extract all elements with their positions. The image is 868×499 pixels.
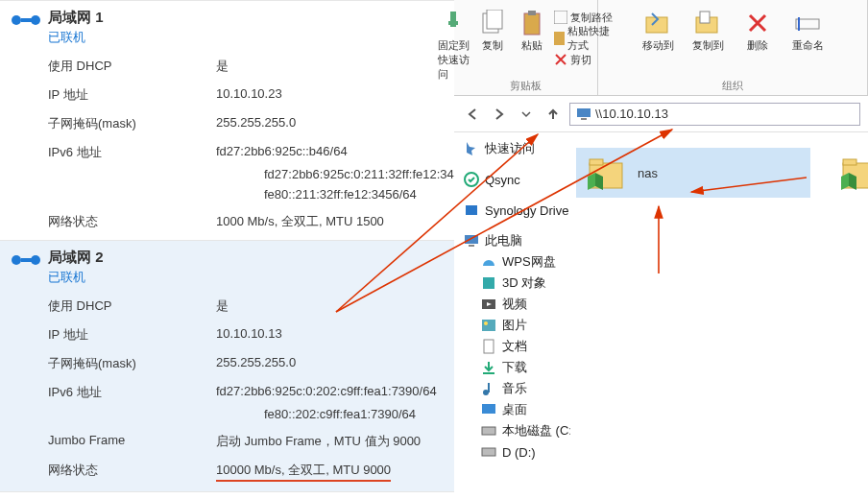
value: 是 xyxy=(216,297,446,315)
label: 子网掩码(mask) xyxy=(48,355,216,372)
svg-rect-24 xyxy=(466,205,477,215)
back-button[interactable] xyxy=(462,104,483,125)
nic-pppoe[interactable]: PPPoE 未联机 xyxy=(0,491,454,499)
label: 子网掩码(mask) xyxy=(48,115,216,132)
tree-synology-drive[interactable]: Synology Drive xyxy=(464,200,567,221)
synology-network-panel: 局域网 1 已联机 使用 DHCP是 IP 地址10.10.10.23 子网掩码… xyxy=(0,0,454,499)
tree-wps[interactable]: WPS网盘 xyxy=(464,251,567,273)
recent-dropdown-button[interactable] xyxy=(516,104,537,125)
svg-point-30 xyxy=(484,321,488,325)
svg-rect-20 xyxy=(798,17,800,31)
move-to-button[interactable]: 移动到 xyxy=(636,8,680,53)
label: 使用 DHCP xyxy=(48,297,216,315)
svg-rect-22 xyxy=(581,118,587,120)
tree-disk-c[interactable]: 本地磁盘 (C:) xyxy=(464,420,567,441)
svg-rect-25 xyxy=(465,235,478,244)
svg-rect-12 xyxy=(524,13,540,35)
tree-qsync[interactable]: Qsync xyxy=(464,169,567,190)
tree-disk-d[interactable]: D (D:) xyxy=(464,441,567,463)
label: 网络状态 xyxy=(48,213,216,230)
svg-point-5 xyxy=(31,255,40,265)
tree-videos[interactable]: 视频 xyxy=(464,294,567,315)
value: 10000 Mb/s, 全双工, MTU 9000 xyxy=(216,462,446,482)
svg-point-0 xyxy=(12,15,21,25)
value: 255.255.255.0 xyxy=(216,115,446,132)
explorer-window: 固定到快速访问 复制 粘贴 复制路径 粘贴快捷方式 剪切 剪贴板 移动到 复制到… xyxy=(454,0,868,499)
tree-downloads[interactable]: 下载 xyxy=(464,357,567,378)
value-ip: 10.10.10.13 xyxy=(216,326,446,344)
tree-this-pc[interactable]: 此电脑 xyxy=(464,230,567,251)
label: 网络状态 xyxy=(48,462,216,482)
ethernet-icon xyxy=(12,12,40,31)
address-path: \\10.10.10.13 xyxy=(595,107,668,121)
address-bar[interactable]: \\10.10.10.13 xyxy=(569,103,860,126)
tree-music[interactable]: 音乐 xyxy=(464,378,567,399)
value: 是 xyxy=(216,58,446,75)
label: 使用 DHCP xyxy=(48,58,216,75)
svg-rect-11 xyxy=(487,10,502,29)
value: fe80::211:32ff:fe12:3456/64 xyxy=(264,187,446,202)
svg-rect-15 xyxy=(554,32,564,45)
nic-title: 局域网 1 xyxy=(48,9,446,27)
nav-tree: 快速访问 Qsync Synology Drive 此电脑 WPS网盘 3D 对… xyxy=(454,132,570,499)
value: 1000 Mb/s, 全双工, MTU 1500 xyxy=(216,213,446,230)
pin-to-quick-button[interactable]: 固定到快速访问 xyxy=(438,8,471,82)
svg-point-2 xyxy=(31,15,40,25)
value: 255.255.255.0 xyxy=(216,355,446,372)
folder-label: nas xyxy=(638,166,658,180)
folder-nas[interactable]: nas xyxy=(576,148,810,198)
nic-status: 已联机 xyxy=(48,29,446,46)
tree-desktop[interactable]: 桌面 xyxy=(464,399,567,420)
value: fd27:2bb6:925c::b46/64 xyxy=(216,144,446,161)
group-title: 组织 xyxy=(722,79,743,93)
content-pane[interactable]: nas xyxy=(570,132,868,499)
ribbon: 固定到快速访问 复制 粘贴 复制路径 粘贴快捷方式 剪切 剪贴板 移动到 复制到… xyxy=(454,0,868,96)
ethernet-icon xyxy=(12,252,40,271)
label: IP 地址 xyxy=(48,326,216,344)
value: 启动 Jumbo Frame，MTU 值为 9000 xyxy=(216,433,446,450)
value: fd27:2bb6:925c:0:211:32ff:fe12:3456/64 xyxy=(264,167,446,181)
nic-title: 局域网 2 xyxy=(48,249,446,267)
value-ip: 10.10.10.23 xyxy=(216,86,446,104)
rename-button[interactable]: 重命名 xyxy=(785,8,830,53)
value: fe80::202:c9ff:fea1:7390/64 xyxy=(264,407,446,421)
label: IP 地址 xyxy=(48,86,216,104)
nic-lan1[interactable]: 局域网 1 已联机 使用 DHCP是 IP 地址10.10.10.23 子网掩码… xyxy=(0,0,454,240)
folder-item[interactable] xyxy=(830,148,868,198)
paste-button[interactable]: 粘贴 xyxy=(516,8,549,53)
svg-rect-39 xyxy=(590,159,603,165)
tree-documents[interactable]: 文档 xyxy=(464,336,567,357)
share-folder-icon xyxy=(839,154,868,192)
label: Jumbo Frame xyxy=(48,433,216,450)
group-title: 剪贴板 xyxy=(510,79,542,93)
tree-3d-objects[interactable]: 3D 对象 xyxy=(464,273,567,294)
value: fd27:2bb6:925c:0:202:c9ff:fea1:7390/64 xyxy=(216,384,446,401)
copy-to-button[interactable]: 复制到 xyxy=(686,8,730,53)
svg-rect-41 xyxy=(843,159,856,165)
svg-rect-34 xyxy=(488,383,490,392)
svg-rect-26 xyxy=(469,245,474,247)
svg-rect-9 xyxy=(448,21,458,25)
label: IPv6 地址 xyxy=(48,384,216,401)
svg-rect-29 xyxy=(482,320,495,331)
up-button[interactable] xyxy=(542,104,564,125)
svg-rect-18 xyxy=(700,12,710,23)
svg-rect-32 xyxy=(483,372,494,374)
navigation-bar: \\10.10.10.13 xyxy=(454,96,868,132)
delete-button[interactable]: 删除 xyxy=(735,8,780,53)
nic-status: 已联机 xyxy=(48,269,446,286)
svg-rect-37 xyxy=(482,448,495,456)
forward-button[interactable] xyxy=(489,104,510,125)
tree-quick-access[interactable]: 快速访问 xyxy=(464,138,567,159)
svg-rect-36 xyxy=(482,427,495,435)
nic-lan2[interactable]: 局域网 2 已联机 使用 DHCP是 IP 地址10.10.10.13 子网掩码… xyxy=(0,240,454,491)
tree-pictures[interactable]: 图片 xyxy=(464,315,567,336)
svg-rect-27 xyxy=(483,277,494,289)
copy-button[interactable]: 复制 xyxy=(476,8,510,53)
svg-rect-14 xyxy=(554,11,567,24)
svg-rect-31 xyxy=(484,340,494,353)
share-folder-icon xyxy=(586,154,624,192)
label: IPv6 地址 xyxy=(48,144,216,161)
svg-rect-13 xyxy=(528,11,536,15)
svg-rect-35 xyxy=(482,404,495,414)
